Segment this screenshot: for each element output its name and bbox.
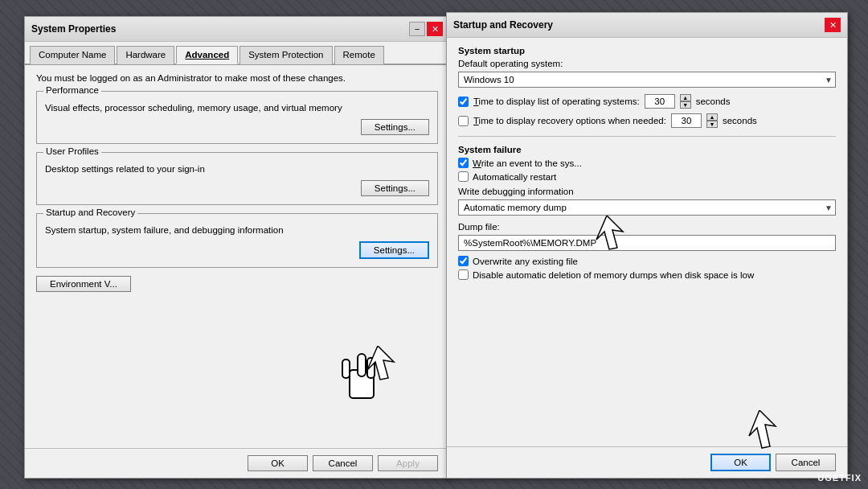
overwrite-checkbox[interactable]	[458, 256, 469, 266]
cancel-button[interactable]: Cancel	[313, 455, 373, 471]
startup-recovery-title: Startup and Recovery	[453, 19, 553, 31]
overwrite-row: Overwrite any existing file	[458, 256, 836, 266]
section-divider	[458, 136, 836, 137]
startup-recovery-dialog: Startup and Recovery ✕ System startup De…	[446, 12, 848, 479]
time-display-row: Time to display list of operating system…	[458, 94, 836, 109]
overwrite-label: Overwrite any existing file	[473, 257, 578, 266]
auto-restart-checkbox[interactable]	[458, 171, 469, 182]
auto-restart-row: Automatically restart	[458, 171, 836, 182]
time-display-spinners: ▲ ▼	[680, 94, 691, 109]
sr-close-button[interactable]: ✕	[825, 18, 841, 32]
admin-info-text: You must be logged on as an Administrato…	[36, 73, 438, 83]
dump-file-input[interactable]: %SystemRoot%\MEMORY.DMP	[458, 235, 836, 251]
apply-button[interactable]: Apply	[378, 455, 438, 471]
recovery-options-spinners: ▲ ▼	[706, 113, 718, 128]
recovery-options-input[interactable]	[671, 113, 702, 128]
startup-recovery-group: Startup and Recovery System startup, sys…	[36, 213, 438, 268]
user-profiles-group: User Profiles Desktop settings related t…	[36, 152, 438, 205]
tab-system-protection[interactable]: System Protection	[240, 46, 332, 64]
time-display-unit: seconds	[696, 97, 731, 106]
performance-text: Visual effects, processor scheduling, me…	[45, 103, 429, 113]
system-props-title: System Properties	[31, 23, 116, 35]
user-profiles-settings-button[interactable]: Settings...	[361, 180, 429, 196]
environment-variables-button[interactable]: Environment V...	[36, 276, 131, 292]
time-display-checkbox[interactable]	[458, 97, 469, 107]
tabs-bar: Computer Name Hardware Advanced System P…	[25, 42, 449, 65]
recovery-down[interactable]: ▼	[706, 121, 718, 128]
watermark: UGETFIX	[817, 473, 862, 483]
disable-auto-checkbox[interactable]	[458, 269, 469, 280]
sr-cancel-button[interactable]: Cancel	[776, 454, 836, 471]
sr-title-controls: ✕	[825, 18, 841, 32]
tab-computer-name[interactable]: Computer Name	[30, 46, 115, 64]
performance-group: Performance Visual effects, processor sc…	[36, 91, 438, 144]
disable-auto-label: Disable automatic deletion of memory dum…	[473, 270, 754, 280]
minimize-button[interactable]: –	[409, 22, 425, 36]
sr-content: System startup Default operating system:…	[447, 38, 847, 323]
system-props-content: You must be logged on as an Administrato…	[25, 65, 449, 300]
ok-button[interactable]: OK	[248, 455, 308, 471]
time-display-up[interactable]: ▲	[680, 94, 691, 101]
recovery-options-label: Time to display recovery options when ne…	[473, 116, 666, 125]
tab-hardware[interactable]: Hardware	[117, 46, 174, 64]
default-os-dropdown[interactable]: Windows 10	[458, 72, 836, 88]
write-event-checkbox[interactable]	[458, 158, 469, 168]
default-os-dropdown-wrapper: Windows 10 ▼	[458, 72, 836, 88]
startup-recovery-text: System startup, system failure, and debu…	[45, 225, 429, 235]
user-profiles-title: User Profiles	[43, 146, 101, 156]
debugging-dropdown[interactable]: Automatic memory dump Complete memory du…	[458, 199, 836, 216]
write-event-row: Write an event to the sys...	[458, 158, 836, 168]
debugging-dropdown-wrapper: Automatic memory dump Complete memory du…	[458, 199, 836, 216]
recovery-unit: seconds	[723, 116, 757, 125]
default-os-label: Default operating system:	[458, 59, 836, 68]
title-bar-controls: – ✕	[409, 22, 443, 36]
time-display-input[interactable]	[645, 94, 675, 109]
system-failure-label: System failure	[458, 145, 836, 154]
write-debugging-label: Write debugging information	[458, 187, 836, 196]
recovery-options-checkbox[interactable]	[458, 116, 469, 126]
system-properties-dialog: System Properties – ✕ Computer Name Hard…	[24, 16, 450, 479]
tab-remote[interactable]: Remote	[334, 46, 384, 64]
performance-title: Performance	[43, 85, 101, 95]
close-button[interactable]: ✕	[427, 22, 443, 36]
system-props-bottom-bar: OK Cancel Apply	[25, 448, 449, 478]
write-event-label: Write an event to the sys...	[473, 158, 582, 168]
system-startup-label: System startup	[458, 46, 836, 55]
performance-settings-button[interactable]: Settings...	[361, 119, 429, 135]
system-props-titlebar: System Properties – ✕	[25, 17, 449, 42]
sr-ok-button[interactable]: OK	[710, 454, 771, 471]
time-display-label: Time to display list of operating system…	[473, 97, 640, 106]
startup-recovery-title: Startup and Recovery	[43, 208, 137, 217]
user-profiles-text: Desktop settings related to your sign-in	[45, 164, 429, 174]
dump-file-label: Dump file:	[458, 222, 836, 232]
recovery-up[interactable]: ▲	[706, 113, 718, 121]
tab-advanced[interactable]: Advanced	[176, 46, 238, 64]
startup-recovery-titlebar: Startup and Recovery ✕	[447, 13, 847, 38]
startup-recovery-settings-button[interactable]: Settings...	[359, 241, 429, 259]
recovery-options-row: Time to display recovery options when ne…	[458, 113, 836, 128]
time-display-down[interactable]: ▼	[680, 101, 691, 109]
disable-auto-row: Disable automatic deletion of memory dum…	[458, 269, 836, 280]
sr-bottom-bar: OK Cancel	[447, 446, 847, 478]
auto-restart-label: Automatically restart	[473, 172, 556, 182]
